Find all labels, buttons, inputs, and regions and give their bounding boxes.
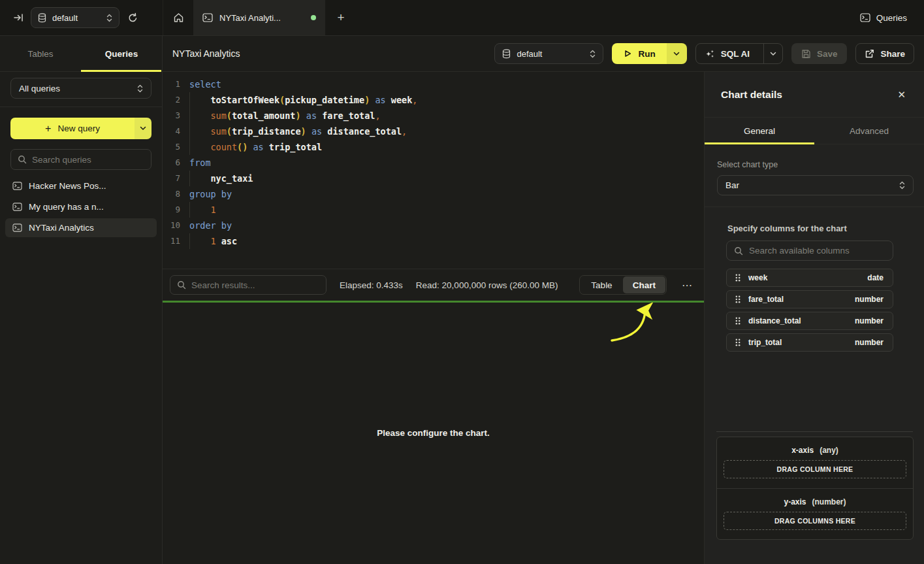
updown-chevron-icon [590, 50, 596, 58]
indent-guide [189, 108, 210, 124]
columns-search-input[interactable] [749, 246, 885, 256]
code-line: 1select [163, 76, 704, 92]
sql-ai-button[interactable]: SQL AI [696, 44, 757, 63]
chart-area: Please configure the chart. [163, 303, 704, 564]
terminal-icon [202, 13, 213, 22]
column-chip[interactable]: weekdate [726, 269, 893, 287]
x-axis-type: (any) [820, 446, 838, 455]
sparkles-icon [705, 49, 715, 59]
code-line: 2toStartOfWeek(pickup_datetime) as week, [163, 92, 704, 108]
line-number: 4 [163, 124, 180, 139]
x-axis-drop-zone[interactable]: DRAG COLUMN HERE [724, 460, 906, 478]
chevron-down-icon [673, 52, 680, 56]
panel-title: Chart details [721, 89, 782, 101]
column-name: trip_total [748, 338, 782, 347]
code-line: 8group by [163, 186, 704, 202]
code-line: 5count() as trip_total [163, 139, 704, 155]
terminal-icon [12, 203, 22, 211]
code-token: ( [227, 124, 232, 139]
more-options-button[interactable]: ⋯ [680, 279, 695, 291]
code-token: from [189, 155, 211, 171]
column-type: date [867, 273, 884, 282]
line-number: 7 [163, 171, 180, 186]
sql-ai-options-button[interactable] [763, 44, 782, 63]
chart-type-select[interactable]: Bar [717, 175, 914, 195]
new-query-button[interactable]: + New query [10, 118, 135, 139]
view-toggle: Table Chart [579, 275, 667, 295]
code-line: 91 [163, 202, 704, 218]
annotation-arrow [163, 303, 704, 381]
tab-advanced[interactable]: Advanced [814, 118, 924, 144]
indent-guide [189, 124, 210, 139]
run-label: Run [638, 49, 655, 59]
column-chip[interactable]: trip_totalnumber [726, 333, 893, 352]
sidebar: All queries + New query Hacker News Pos.… [0, 72, 163, 564]
view-tab-table[interactable]: Table [581, 276, 623, 293]
line-number: 8 [163, 186, 180, 202]
home-button[interactable] [163, 0, 193, 35]
sql-editor[interactable]: 1select2toStartOfWeek(pickup_datetime) a… [163, 72, 704, 269]
drag-handle-icon[interactable] [735, 274, 741, 282]
new-query-options-button[interactable] [135, 118, 151, 139]
x-axis-section: x-axis (any) DRAG COLUMN HERE [717, 437, 913, 488]
query-search-input[interactable] [32, 155, 144, 165]
column-chip[interactable]: fare_totalnumber [726, 290, 893, 308]
read-stat: Read: 20,000,000 rows (260.00 MB) [416, 280, 558, 290]
columns-search [726, 241, 893, 261]
column-chip[interactable]: distance_totalnumber [726, 312, 893, 330]
save-button[interactable]: Save [791, 43, 848, 64]
code-token [264, 139, 269, 155]
updown-chevron-icon [137, 84, 143, 93]
drag-handle-icon[interactable] [735, 339, 741, 346]
indent-guide [189, 202, 210, 218]
code-token [247, 139, 253, 155]
queries-shortcut-button[interactable]: Queries [860, 13, 907, 23]
new-query-split-button: + New query [10, 118, 151, 139]
query-list-item[interactable]: My query has a n... [5, 197, 157, 216]
sidebar-tab-tables[interactable]: Tables [0, 36, 81, 71]
column-type: number [855, 316, 884, 325]
code-token: ) [301, 124, 306, 139]
run-options-button[interactable] [667, 43, 687, 64]
code-token: ) [364, 92, 370, 108]
topbar-database-value: default [52, 13, 101, 23]
query-tab-title: NYTaxi Analyti... [219, 13, 304, 23]
close-panel-button[interactable]: ✕ [897, 89, 906, 101]
drag-handle-icon[interactable] [735, 317, 741, 325]
query-list-item[interactable]: NYTaxi Analytics [5, 218, 157, 237]
results-search-input[interactable] [191, 280, 319, 290]
code-token: ( [227, 108, 232, 124]
topbar-database-select[interactable]: default [31, 7, 119, 28]
search-icon [18, 155, 27, 164]
toolbar-database-value: default [517, 49, 584, 59]
new-tab-button[interactable]: + [325, 0, 357, 35]
database-icon [38, 13, 46, 23]
code-token: as [311, 124, 322, 139]
save-icon [801, 49, 811, 59]
view-tab-chart[interactable]: Chart [623, 276, 665, 293]
code-token: sum [210, 108, 226, 124]
query-list-item[interactable]: Hacker News Pos... [5, 176, 157, 195]
share-button[interactable]: Share [855, 43, 914, 64]
query-filter-select[interactable]: All queries [10, 78, 151, 99]
code-token [386, 92, 391, 108]
y-axis-drop-zone[interactable]: DRAG COLUMNS HERE [724, 512, 906, 530]
code-line: 6from [163, 155, 704, 171]
code-token: , [412, 92, 417, 108]
divider [716, 431, 913, 432]
run-button[interactable]: Run [612, 43, 666, 64]
collapse-sidebar-button[interactable] [13, 12, 24, 23]
line-number: 11 [163, 233, 180, 249]
columns-section-label: Specify columns for the chart [727, 224, 913, 233]
column-name: fare_total [748, 295, 784, 304]
query-filter-value: All queries [19, 84, 137, 93]
tab-general[interactable]: General [705, 118, 814, 144]
toolbar-database-select[interactable]: default [494, 43, 603, 64]
refresh-icon [127, 12, 138, 24]
refresh-button[interactable] [127, 12, 138, 24]
query-tab[interactable]: NYTaxi Analyti... [193, 0, 325, 35]
drag-handle-icon[interactable] [735, 295, 741, 303]
line-number: 10 [163, 218, 180, 233]
sidebar-tab-queries[interactable]: Queries [81, 36, 162, 71]
tab-strip: NYTaxi Analyti... + [163, 0, 860, 35]
